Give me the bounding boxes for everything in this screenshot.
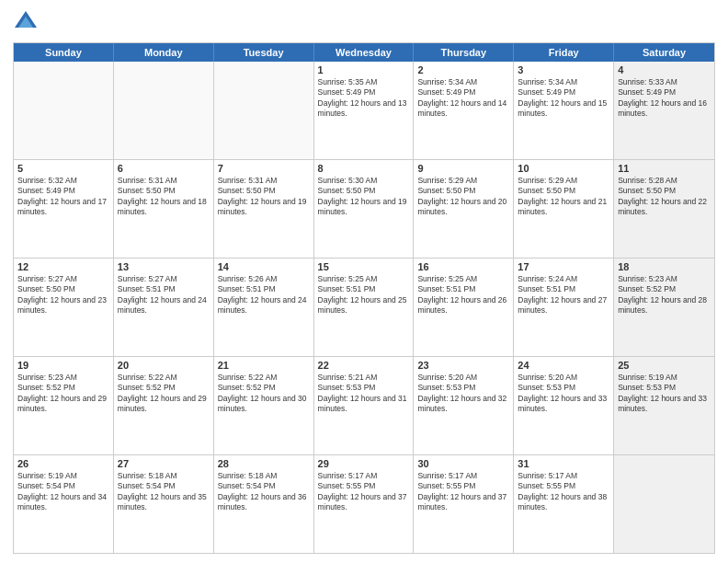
page: SundayMondayTuesdayWednesdayThursdayFrid…	[0, 0, 728, 563]
day-number: 7	[218, 163, 310, 174]
cell-info: Sunrise: 5:18 AMSunset: 5:54 PMDaylight:…	[118, 471, 210, 513]
day-number: 13	[118, 261, 210, 272]
day-number: 17	[518, 261, 609, 272]
calendar-week-3: 12Sunrise: 5:27 AMSunset: 5:50 PMDayligh…	[14, 259, 714, 357]
calendar-cell: 18Sunrise: 5:23 AMSunset: 5:52 PMDayligh…	[614, 259, 714, 356]
day-number: 21	[218, 360, 310, 371]
day-number: 11	[618, 163, 711, 174]
cell-info: Sunrise: 5:23 AMSunset: 5:52 PMDaylight:…	[618, 274, 711, 316]
calendar-week-2: 5Sunrise: 5:32 AMSunset: 5:49 PMDaylight…	[14, 160, 714, 259]
cell-info: Sunrise: 5:19 AMSunset: 5:54 PMDaylight:…	[17, 471, 109, 513]
day-number: 25	[618, 360, 711, 371]
cell-info: Sunrise: 5:17 AMSunset: 5:55 PMDaylight:…	[518, 471, 609, 513]
cell-info: Sunrise: 5:34 AMSunset: 5:49 PMDaylight:…	[518, 77, 609, 120]
cell-info: Sunrise: 5:27 AMSunset: 5:51 PMDaylight:…	[118, 274, 210, 316]
calendar-cell: 11Sunrise: 5:28 AMSunset: 5:50 PMDayligh…	[614, 160, 714, 258]
calendar-cell: 21Sunrise: 5:22 AMSunset: 5:52 PMDayligh…	[214, 357, 314, 454]
cell-info: Sunrise: 5:29 AMSunset: 5:50 PMDaylight:…	[518, 176, 609, 218]
calendar-week-1: 1Sunrise: 5:35 AMSunset: 5:49 PMDaylight…	[14, 62, 714, 160]
calendar-week-5: 26Sunrise: 5:19 AMSunset: 5:54 PMDayligh…	[14, 455, 714, 553]
cell-info: Sunrise: 5:17 AMSunset: 5:55 PMDaylight:…	[318, 471, 410, 513]
calendar-cell: 29Sunrise: 5:17 AMSunset: 5:55 PMDayligh…	[314, 455, 415, 553]
day-number: 1	[318, 64, 410, 75]
calendar-cell: 7Sunrise: 5:31 AMSunset: 5:50 PMDaylight…	[214, 160, 314, 258]
calendar-cell: 23Sunrise: 5:20 AMSunset: 5:53 PMDayligh…	[414, 357, 514, 454]
cell-info: Sunrise: 5:24 AMSunset: 5:51 PMDaylight:…	[518, 274, 609, 316]
calendar-cell: 24Sunrise: 5:20 AMSunset: 5:53 PMDayligh…	[514, 357, 614, 454]
cell-info: Sunrise: 5:35 AMSunset: 5:49 PMDaylight:…	[318, 77, 410, 120]
calendar-cell	[14, 62, 114, 159]
day-number: 19	[17, 360, 109, 371]
calendar-cell: 30Sunrise: 5:17 AMSunset: 5:55 PMDayligh…	[414, 455, 514, 553]
calendar-cell: 19Sunrise: 5:23 AMSunset: 5:52 PMDayligh…	[14, 357, 114, 454]
calendar-cell: 20Sunrise: 5:22 AMSunset: 5:52 PMDayligh…	[114, 357, 214, 454]
day-header-monday: Monday	[114, 43, 214, 62]
calendar-cell: 15Sunrise: 5:25 AMSunset: 5:51 PMDayligh…	[314, 259, 415, 356]
calendar-week-4: 19Sunrise: 5:23 AMSunset: 5:52 PMDayligh…	[14, 357, 714, 455]
day-number: 4	[618, 64, 711, 75]
day-number: 14	[218, 261, 310, 272]
day-number: 3	[518, 64, 609, 75]
calendar-cell: 13Sunrise: 5:27 AMSunset: 5:51 PMDayligh…	[114, 259, 214, 356]
day-number: 28	[218, 458, 310, 469]
day-number: 30	[417, 458, 509, 469]
calendar-cell: 1Sunrise: 5:35 AMSunset: 5:49 PMDaylight…	[314, 62, 415, 159]
day-number: 23	[417, 360, 509, 371]
calendar-cell: 25Sunrise: 5:19 AMSunset: 5:53 PMDayligh…	[614, 357, 714, 454]
day-number: 26	[17, 458, 109, 469]
cell-info: Sunrise: 5:28 AMSunset: 5:50 PMDaylight:…	[618, 176, 711, 218]
calendar-cell: 4Sunrise: 5:33 AMSunset: 5:49 PMDaylight…	[614, 62, 714, 159]
day-number: 5	[17, 163, 109, 174]
calendar-cell: 17Sunrise: 5:24 AMSunset: 5:51 PMDayligh…	[514, 259, 614, 356]
cell-info: Sunrise: 5:22 AMSunset: 5:52 PMDaylight:…	[118, 373, 210, 415]
day-number: 15	[318, 261, 410, 272]
day-number: 24	[518, 360, 609, 371]
header	[13, 9, 715, 35]
calendar-cell: 6Sunrise: 5:31 AMSunset: 5:50 PMDaylight…	[114, 160, 214, 258]
calendar-cell: 16Sunrise: 5:25 AMSunset: 5:51 PMDayligh…	[414, 259, 514, 356]
calendar-cell: 27Sunrise: 5:18 AMSunset: 5:54 PMDayligh…	[114, 455, 214, 553]
day-number: 6	[118, 163, 210, 174]
cell-info: Sunrise: 5:20 AMSunset: 5:53 PMDaylight:…	[417, 373, 509, 415]
cell-info: Sunrise: 5:30 AMSunset: 5:50 PMDaylight:…	[318, 176, 410, 218]
day-number: 20	[118, 360, 210, 371]
cell-info: Sunrise: 5:33 AMSunset: 5:49 PMDaylight:…	[618, 77, 711, 120]
day-number: 12	[17, 261, 109, 272]
cell-info: Sunrise: 5:22 AMSunset: 5:52 PMDaylight:…	[218, 373, 310, 415]
calendar-cell	[614, 455, 714, 553]
day-number: 27	[118, 458, 210, 469]
day-number: 31	[518, 458, 609, 469]
calendar-cell: 10Sunrise: 5:29 AMSunset: 5:50 PMDayligh…	[514, 160, 614, 258]
day-number: 2	[417, 64, 509, 75]
cell-info: Sunrise: 5:18 AMSunset: 5:54 PMDaylight:…	[218, 471, 310, 513]
day-number: 10	[518, 163, 609, 174]
cell-info: Sunrise: 5:31 AMSunset: 5:50 PMDaylight:…	[118, 176, 210, 218]
logo-icon	[13, 9, 39, 35]
cell-info: Sunrise: 5:27 AMSunset: 5:50 PMDaylight:…	[17, 274, 109, 316]
day-number: 18	[618, 261, 711, 272]
calendar-body: 1Sunrise: 5:35 AMSunset: 5:49 PMDaylight…	[14, 62, 714, 553]
day-header-thursday: Thursday	[414, 43, 514, 62]
day-number: 9	[417, 163, 509, 174]
day-header-wednesday: Wednesday	[314, 43, 415, 62]
day-number: 8	[318, 163, 410, 174]
calendar-cell: 2Sunrise: 5:34 AMSunset: 5:49 PMDaylight…	[414, 62, 514, 159]
calendar-cell: 9Sunrise: 5:29 AMSunset: 5:50 PMDaylight…	[414, 160, 514, 258]
day-header-sunday: Sunday	[14, 43, 114, 62]
cell-info: Sunrise: 5:26 AMSunset: 5:51 PMDaylight:…	[218, 274, 310, 316]
calendar-cell: 28Sunrise: 5:18 AMSunset: 5:54 PMDayligh…	[214, 455, 314, 553]
cell-info: Sunrise: 5:25 AMSunset: 5:51 PMDaylight:…	[417, 274, 509, 316]
cell-info: Sunrise: 5:17 AMSunset: 5:55 PMDaylight:…	[417, 471, 509, 513]
cell-info: Sunrise: 5:20 AMSunset: 5:53 PMDaylight:…	[518, 373, 609, 415]
day-number: 22	[318, 360, 410, 371]
cell-info: Sunrise: 5:31 AMSunset: 5:50 PMDaylight:…	[218, 176, 310, 218]
calendar-cell	[114, 62, 214, 159]
day-header-tuesday: Tuesday	[214, 43, 314, 62]
cell-info: Sunrise: 5:34 AMSunset: 5:49 PMDaylight:…	[417, 77, 509, 120]
calendar-cell: 5Sunrise: 5:32 AMSunset: 5:49 PMDaylight…	[14, 160, 114, 258]
cell-info: Sunrise: 5:32 AMSunset: 5:49 PMDaylight:…	[17, 176, 109, 218]
calendar-cell: 22Sunrise: 5:21 AMSunset: 5:53 PMDayligh…	[314, 357, 415, 454]
cell-info: Sunrise: 5:19 AMSunset: 5:53 PMDaylight:…	[618, 373, 711, 415]
calendar-cell: 31Sunrise: 5:17 AMSunset: 5:55 PMDayligh…	[514, 455, 614, 553]
calendar-cell: 12Sunrise: 5:27 AMSunset: 5:50 PMDayligh…	[14, 259, 114, 356]
